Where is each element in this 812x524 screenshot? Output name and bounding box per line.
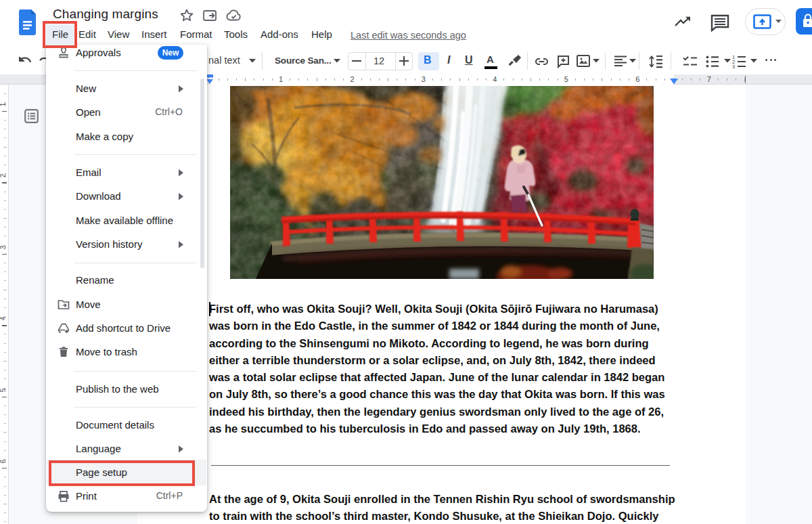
- svg-text:3: 3: [732, 64, 735, 68]
